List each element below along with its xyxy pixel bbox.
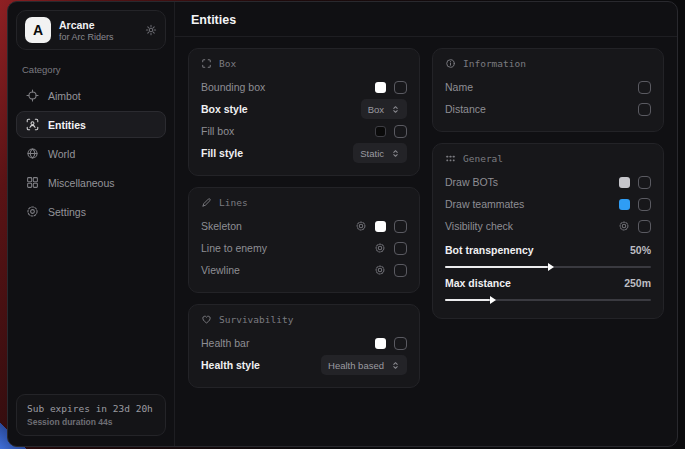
lines-card-header: Lines: [201, 197, 407, 208]
chevron-updown-icon: [391, 105, 400, 114]
globe-icon: [26, 147, 39, 160]
setting-label: Skeleton: [201, 220, 242, 232]
color-swatch[interactable]: [619, 199, 630, 210]
box-card: Box Bounding box Box style Box: [188, 48, 420, 176]
name-checkbox[interactable]: [638, 81, 651, 94]
setting-row-box-style: Box style Box: [201, 98, 407, 120]
main-area: Entities Box Bounding box: [175, 2, 677, 446]
color-swatch[interactable]: [375, 338, 386, 349]
color-swatch[interactable]: [619, 177, 630, 188]
sidebar-item-settings[interactable]: Settings: [16, 198, 166, 225]
setting-label: Draw teammates: [445, 198, 524, 210]
color-swatch[interactable]: [375, 126, 386, 137]
viewline-settings-gear-icon[interactable]: [374, 264, 386, 276]
setting-label: Fill style: [201, 147, 243, 159]
setting-row-health-bar: Health bar: [201, 332, 407, 354]
color-swatch[interactable]: [375, 82, 386, 93]
visibility-check-settings-gear-icon[interactable]: [618, 220, 630, 232]
main-header: Entities: [175, 2, 677, 37]
health-style-dropdown[interactable]: Health based: [321, 355, 407, 375]
draw-teammates-checkbox[interactable]: [638, 198, 651, 211]
setting-label: Distance: [445, 103, 486, 115]
setting-row-name: Name: [445, 76, 651, 98]
line-to-enemy-settings-gear-icon[interactable]: [374, 242, 386, 254]
entities-icon: [26, 118, 39, 131]
general-grid-icon: [445, 153, 456, 164]
draw-bots-checkbox[interactable]: [638, 176, 651, 189]
brand-gear-icon[interactable]: [145, 24, 157, 36]
card-title-label: General: [463, 153, 503, 164]
setting-label: Box style: [201, 103, 248, 115]
setting-row-draw-bots: Draw BOTs: [445, 171, 651, 193]
sidebar: A Arcane for Arc Riders Category Aimbot: [8, 2, 175, 446]
lines-card: Lines Skeleton Line to enemy: [188, 187, 420, 293]
category-label: Category: [22, 64, 160, 75]
bot-transparency-slider[interactable]: [445, 266, 651, 268]
skeleton-settings-gear-icon[interactable]: [355, 220, 367, 232]
brand-title: Arcane: [59, 19, 137, 31]
box-style-dropdown[interactable]: Box: [361, 99, 407, 119]
sidebar-nav: Aimbot Entities World Miscellaneous: [16, 82, 166, 225]
general-card-header: General: [445, 153, 651, 164]
max-distance-value: 250m: [624, 277, 651, 289]
box-brackets-icon: [201, 58, 212, 69]
sidebar-item-aimbot[interactable]: Aimbot: [16, 82, 166, 109]
bounding-box-checkbox[interactable]: [394, 81, 407, 94]
gear-icon: [26, 205, 39, 218]
viewline-checkbox[interactable]: [394, 264, 407, 277]
skeleton-checkbox[interactable]: [394, 220, 407, 233]
bot-transparency-slider-group: Bot transpenency 50%: [445, 241, 651, 268]
setting-label: Fill box: [201, 125, 234, 137]
fill-box-checkbox[interactable]: [394, 125, 407, 138]
slider-fill[interactable]: [445, 299, 490, 301]
setting-row-fill-style: Fill style Static: [201, 142, 407, 164]
page-title: Entities: [191, 13, 661, 27]
visibility-check-checkbox[interactable]: [638, 220, 651, 233]
setting-label: Health bar: [201, 337, 249, 349]
dropdown-value: Box: [368, 104, 384, 115]
subscription-panel: Sub expires in 23d 20h Session duration …: [16, 394, 166, 436]
sidebar-item-label: Entities: [48, 119, 86, 131]
brand-logo: A: [25, 17, 51, 43]
survivability-card: Survivability Health bar Health style He…: [188, 304, 420, 388]
dropdown-value: Static: [360, 148, 384, 159]
color-swatch[interactable]: [375, 221, 386, 232]
right-column: Information Name Distance: [432, 48, 664, 319]
setting-label: Health style: [201, 359, 260, 371]
sidebar-item-label: Settings: [48, 206, 86, 218]
card-title-label: Information: [463, 58, 526, 69]
grid-icon: [26, 176, 39, 189]
setting-row-bounding-box: Bounding box: [201, 76, 407, 98]
sidebar-item-label: Aimbot: [48, 90, 81, 102]
information-card: Information Name Distance: [432, 48, 664, 132]
sidebar-item-miscellaneous[interactable]: Miscellaneous: [16, 169, 166, 196]
setting-label: Viewline: [201, 264, 240, 276]
setting-row-skeleton: Skeleton: [201, 215, 407, 237]
general-card: General Draw BOTs Draw teammates: [432, 143, 664, 319]
setting-row-health-style: Health style Health based: [201, 354, 407, 376]
sidebar-item-entities[interactable]: Entities: [16, 111, 166, 138]
box-card-header: Box: [201, 58, 407, 69]
fill-style-dropdown[interactable]: Static: [353, 143, 407, 163]
info-icon: [445, 58, 456, 69]
line-to-enemy-checkbox[interactable]: [394, 242, 407, 255]
distance-checkbox[interactable]: [638, 103, 651, 116]
setting-label: Name: [445, 81, 473, 93]
card-title-label: Box: [219, 58, 236, 69]
setting-row-viewline: Viewline: [201, 259, 407, 281]
setting-row-fill-box: Fill box: [201, 120, 407, 142]
crosshair-icon: [26, 89, 39, 102]
setting-row-draw-teammates: Draw teammates: [445, 193, 651, 215]
setting-row-visibility-check: Visibility check: [445, 215, 651, 237]
health-bar-checkbox[interactable]: [394, 337, 407, 350]
max-distance-slider-group: Max distance 250m: [445, 274, 651, 301]
session-duration-text: Session duration 44s: [27, 417, 155, 427]
left-column: Box Bounding box Box style Box: [188, 48, 420, 388]
sidebar-item-world[interactable]: World: [16, 140, 166, 167]
information-card-header: Information: [445, 58, 651, 69]
max-distance-slider[interactable]: [445, 299, 651, 301]
setting-label: Line to enemy: [201, 242, 267, 254]
slider-fill[interactable]: [445, 266, 548, 268]
sidebar-item-label: World: [48, 148, 75, 160]
chevron-updown-icon: [391, 149, 400, 158]
